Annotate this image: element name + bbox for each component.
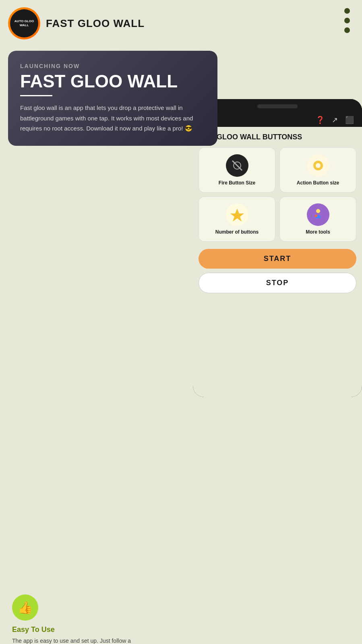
- hero-card: LAUNCHING NOW FAST GLOO WALL Fast gloo w…: [8, 51, 217, 146]
- number-buttons-card[interactable]: Number of buttons: [199, 197, 275, 242]
- phone-screen: OUR GLOO WALL BUTTONSS Fire Button Size: [193, 127, 362, 397]
- action-button-icon: [307, 154, 329, 177]
- fire-button-size-card[interactable]: Fire Button Size: [199, 147, 275, 193]
- phone-top-bar: ❓ ↗ ⬛: [193, 113, 362, 127]
- hero-title: FAST GLOO WALL: [20, 72, 205, 91]
- svg-marker-6: [230, 209, 244, 222]
- easy-to-use-title: Easy To Use: [12, 625, 350, 634]
- easy-to-use-desc: The app is easy to use and set up. Just …: [12, 636, 141, 644]
- start-button[interactable]: START: [199, 249, 356, 269]
- easy-to-use-icon: 👍: [12, 594, 38, 621]
- dots-menu[interactable]: [344, 8, 350, 33]
- phone-section-title: OUR GLOO WALL BUTTONSS: [199, 133, 356, 142]
- svg-point-5: [316, 163, 321, 168]
- svg-point-9: [315, 215, 317, 217]
- top-section: LAUNCHING NOW FAST GLOO WALL Fast gloo w…: [0, 51, 362, 413]
- launching-label: LAUNCHING NOW: [20, 63, 205, 69]
- phone-outer: ❓ ↗ ⬛ OUR GLOO WALL BUTTONSS Fire Button…: [193, 99, 362, 397]
- help-icon[interactable]: ❓: [316, 116, 325, 124]
- menu-dot-3[interactable]: [344, 27, 350, 33]
- header: AUTO GLOO WALL FAST GLOO WALL: [0, 0, 362, 47]
- action-button-label: Action Button size: [297, 180, 339, 186]
- stop-button[interactable]: STOP: [199, 273, 356, 293]
- more-tools-icon: [307, 203, 329, 226]
- exit-icon[interactable]: ⬛: [345, 116, 354, 124]
- phone-notch-pill: [257, 104, 298, 108]
- feature-easy-to-use: 👍 Easy To Use The app is easy to use and…: [12, 594, 350, 644]
- action-button-size-card[interactable]: Action Button size: [279, 147, 356, 193]
- menu-dot-1[interactable]: [344, 8, 350, 14]
- logo-text: AUTO GLOO WALL: [10, 19, 38, 27]
- more-tools-card[interactable]: More tools: [279, 197, 356, 242]
- fire-button-icon: [226, 154, 248, 177]
- phone-mockup: ❓ ↗ ⬛ OUR GLOO WALL BUTTONSS Fire Button…: [193, 99, 362, 397]
- menu-dot-2[interactable]: [344, 18, 350, 23]
- more-tools-label: More tools: [306, 229, 330, 235]
- fire-button-label: Fire Button Size: [219, 180, 255, 186]
- grid-buttons: Fire Button Size Action Button size: [199, 147, 356, 242]
- page-wrapper: AUTO GLOO WALL FAST GLOO WALL LAUNCHING …: [0, 0, 362, 644]
- number-buttons-label: Number of buttons: [215, 229, 259, 235]
- app-title: FAST GLOO WALL: [46, 17, 145, 30]
- number-buttons-icon: [226, 203, 248, 226]
- logo-inner: AUTO GLOO WALL: [10, 9, 38, 37]
- svg-point-8: [316, 209, 320, 213]
- features-section: 👍 Easy To Use The app is easy to use and…: [0, 582, 362, 644]
- share-icon[interactable]: ↗: [332, 116, 338, 124]
- hero-divider: [20, 95, 52, 96]
- logo: AUTO GLOO WALL: [8, 7, 40, 39]
- hero-description: Fast gloo wall is an app that lets you d…: [20, 103, 205, 134]
- phone-notch-bar: [193, 99, 362, 113]
